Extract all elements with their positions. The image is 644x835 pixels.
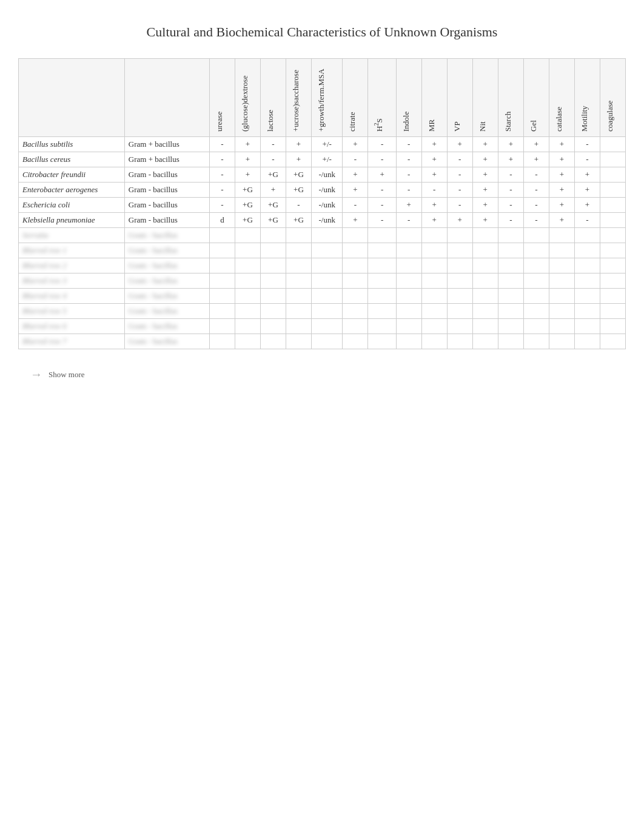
- table-cell: d: [209, 213, 235, 228]
- table-cell: [447, 334, 472, 349]
- table-cell: [523, 228, 549, 243]
- table-cell: Gram - bacillus: [124, 167, 209, 183]
- table-cell: +G: [260, 167, 286, 183]
- table-cell: [260, 243, 286, 258]
- table-cell: [260, 228, 286, 243]
- table-cell: +: [235, 152, 260, 167]
- table-cell: [472, 243, 498, 258]
- table-cell: +: [472, 183, 498, 198]
- main-table-wrapper: urease (glucose)dextrose lactose +ucrose…: [18, 58, 626, 349]
- table-cell: [600, 334, 625, 349]
- table-cell: [235, 258, 260, 273]
- col-header-organism: [19, 59, 125, 137]
- table-cell: -: [396, 213, 421, 228]
- table-cell: +: [368, 167, 396, 183]
- table-cell: Blurred row 1: [19, 243, 125, 258]
- table-cell: [343, 289, 368, 304]
- table-cell: [574, 258, 600, 273]
- table-cell: +: [549, 167, 574, 183]
- table-cell: -: [368, 183, 396, 198]
- table-cell: [235, 334, 260, 349]
- table-cell: -: [523, 213, 549, 228]
- table-cell: [286, 304, 311, 319]
- table-cell: -: [498, 213, 523, 228]
- footer-text: Show more: [49, 370, 85, 380]
- table-cell: [286, 319, 311, 334]
- table-cell: [311, 258, 343, 273]
- table-cell: [286, 289, 311, 304]
- table-cell: Gram + bacillus: [124, 137, 209, 152]
- table-cell: +G: [235, 213, 260, 228]
- col-header-vp: VP: [447, 59, 472, 137]
- table-cell: [600, 228, 625, 243]
- table-cell: [396, 273, 421, 289]
- table-cell: [396, 304, 421, 319]
- table-cell: Gram - bacillus: [124, 183, 209, 198]
- table-cell: -: [286, 198, 311, 213]
- table-cell: [396, 334, 421, 349]
- table-cell: +/-: [311, 152, 343, 167]
- table-cell: [447, 258, 472, 273]
- table-cell: +: [472, 152, 498, 167]
- table-cell: [472, 273, 498, 289]
- table-cell: [209, 228, 235, 243]
- table-cell: +G: [286, 183, 311, 198]
- col-header-motility: Motility: [574, 59, 600, 137]
- table-cell: [209, 273, 235, 289]
- table-cell: -: [368, 137, 396, 152]
- table-cell: [549, 258, 574, 273]
- table-cell: [311, 334, 343, 349]
- table-cell: [396, 228, 421, 243]
- table-cell: -: [396, 183, 421, 198]
- table-cell: +: [421, 198, 447, 213]
- table-cell: +: [574, 167, 600, 183]
- col-header-gel: Gel: [523, 59, 549, 137]
- table-cell: -: [396, 137, 421, 152]
- table-cell: +G: [260, 198, 286, 213]
- col-header-sucrose: +ucrose)saccharose: [286, 59, 311, 137]
- table-cell: +: [286, 137, 311, 152]
- table-cell: Serratia: [19, 228, 125, 243]
- col-header-citrate: citrate: [343, 59, 368, 137]
- table-cell: [235, 319, 260, 334]
- table-cell: Blurred row 7: [19, 334, 125, 349]
- table-cell: [368, 273, 396, 289]
- table-cell: [447, 228, 472, 243]
- table-cell: [600, 289, 625, 304]
- table-cell: [368, 243, 396, 258]
- table-cell: +: [235, 137, 260, 152]
- table-cell: [343, 304, 368, 319]
- table-cell: -: [396, 152, 421, 167]
- table-cell: -: [368, 152, 396, 167]
- table-cell: +: [549, 213, 574, 228]
- table-cell: [311, 273, 343, 289]
- table-cell: [498, 334, 523, 349]
- table-cell: [343, 334, 368, 349]
- arrow-icon: →: [30, 367, 42, 381]
- table-cell: [209, 334, 235, 349]
- table-cell: Blurred row 6: [19, 319, 125, 334]
- table-cell: [549, 334, 574, 349]
- table-cell: [209, 289, 235, 304]
- table-cell: [600, 273, 625, 289]
- table-cell: +G: [235, 183, 260, 198]
- table-cell: [472, 228, 498, 243]
- table-cell: [523, 258, 549, 273]
- table-cell: [472, 334, 498, 349]
- table-cell: [421, 273, 447, 289]
- table-cell: +: [260, 183, 286, 198]
- table-cell: [523, 289, 549, 304]
- table-cell: +/-: [311, 137, 343, 152]
- table-cell: +: [421, 213, 447, 228]
- table-cell: [343, 258, 368, 273]
- page-title: Cultural and Biochemical Characteristics…: [12, 24, 632, 40]
- col-header-mr: MR: [421, 59, 447, 137]
- footer-note: → Show more: [30, 367, 632, 381]
- table-cell: [421, 289, 447, 304]
- table-cell: [396, 319, 421, 334]
- col-header-catalase: catalase: [549, 59, 574, 137]
- table-cell: [549, 319, 574, 334]
- table-cell: [574, 289, 600, 304]
- table-cell: [286, 273, 311, 289]
- table-cell: Gram - bacillus: [124, 243, 209, 258]
